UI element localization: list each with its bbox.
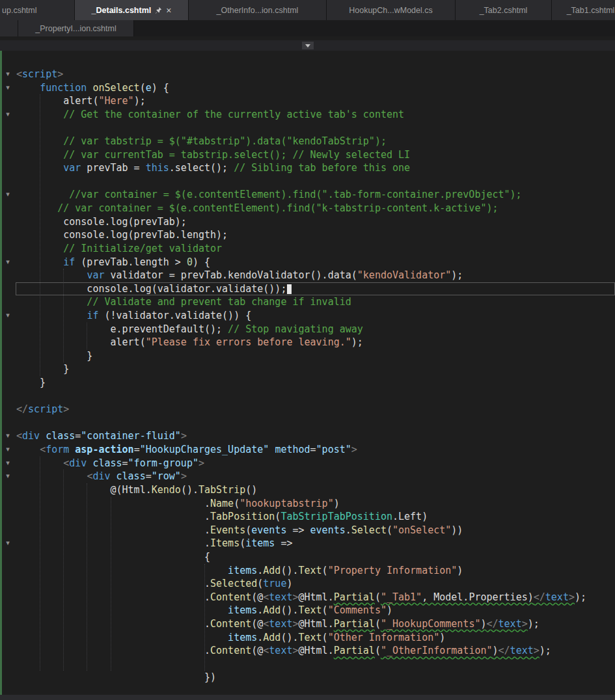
code-line[interactable]: .Selected(true) <box>0 577 615 591</box>
code-text: // var currentTab = tabstrip.select(); /… <box>16 148 615 162</box>
code-line[interactable]: ▾ if (!validator.validate()) { <box>0 309 615 323</box>
code-token: alert( <box>16 95 98 107</box>
fold-collapse-icon[interactable]: ▾ <box>0 256 16 269</box>
code-line[interactable]: // var tabstrip = $("#tabstrip").data("k… <box>0 135 615 148</box>
code-line[interactable]: .Name("hookuptabstrip") <box>0 497 615 511</box>
code-line[interactable]: ▾<script> <box>0 68 615 81</box>
navbar-collapse-button[interactable] <box>302 42 314 49</box>
code-line[interactable] <box>0 658 615 671</box>
code-line[interactable]: items.Add().Text("Property Information") <box>0 564 615 578</box>
chevron-down-icon <box>305 44 310 47</box>
code-token: div <box>22 430 40 442</box>
document-tab[interactable]: up.cshtml <box>0 0 75 20</box>
code-token: div <box>92 470 110 482</box>
fold-collapse-icon[interactable]: ▾ <box>0 429 16 443</box>
code-editor[interactable]: ▾<script>▾ function onSelect(e) { alert(… <box>0 51 615 695</box>
code-token: > <box>198 457 204 469</box>
code-token: ); <box>540 645 551 656</box>
code-line[interactable]: } <box>0 349 615 363</box>
code-line[interactable]: ▾ <form asp-action="HookupCharges_Update… <box>0 443 615 457</box>
code-line[interactable]: ▾ .Items(items => <box>0 537 615 550</box>
code-line[interactable]: .Content(@<text>@Html.Partial("_OtherInf… <box>0 644 615 658</box>
document-tab[interactable]: _Tab2.cshtml <box>456 0 552 20</box>
document-tab[interactable]: _PropertyI...ion.cshtml <box>18 20 134 36</box>
code-token: . <box>16 578 210 589</box>
code-line[interactable]: ▾ // Get the container of the currently … <box>0 108 615 122</box>
code-line[interactable]: ▾ <div class="form-group"> <box>0 457 615 470</box>
fold-collapse-icon[interactable]: ▾ <box>0 68 16 81</box>
fold-collapse-icon[interactable]: ▾ <box>0 470 16 483</box>
code-token: ) <box>493 645 499 656</box>
code-line[interactable]: console.log(prevTab); <box>0 215 615 229</box>
code-line[interactable] <box>0 390 615 403</box>
document-tab[interactable]: _OtherInfo...ion.cshtml <box>189 0 327 20</box>
code-line[interactable]: items.Add().Text("Comments") <box>0 604 615 617</box>
fold-collapse-icon[interactable]: ▾ <box>0 537 16 550</box>
horizontal-scrollbar-track[interactable] <box>0 695 615 700</box>
code-token: ( <box>257 578 263 589</box>
code-line[interactable]: ▾ <div class="row"> <box>0 470 615 483</box>
gutter-margin <box>0 644 16 658</box>
fold-collapse-icon[interactable]: ▾ <box>0 443 16 457</box>
fold-collapse-icon[interactable]: ▾ <box>0 457 16 470</box>
code-line[interactable]: }) <box>0 671 615 684</box>
document-tab[interactable]: _Tab1.cshtml <box>552 0 615 20</box>
tab-bar-row2: _PropertyI...ion.cshtml <box>0 20 615 36</box>
code-token: ( <box>322 565 328 576</box>
code-token: </ <box>486 618 498 630</box>
code-token: text <box>269 618 292 630</box>
code-line[interactable]: { <box>0 550 615 564</box>
code-line[interactable]: .Events(events => events.Select("onSelec… <box>0 524 615 537</box>
code-line[interactable]: .Content(@<text>@Html.Partial("_HookupCo… <box>0 617 615 631</box>
fold-collapse-icon[interactable]: ▾ <box>0 108 16 122</box>
code-text: } <box>16 376 615 390</box>
code-line[interactable]: } <box>0 376 615 390</box>
document-tab[interactable]: _Details.cshtml× <box>75 0 189 20</box>
fold-collapse-icon[interactable]: ▾ <box>0 188 16 202</box>
code-line[interactable]: var prevTab = this.select(); // Sibling … <box>0 161 615 175</box>
code-line[interactable]: // var container = $(e.contentElement).f… <box>0 202 615 215</box>
code-line[interactable]: // Validate and prevent tab change if in… <box>0 295 615 309</box>
code-line[interactable]: ▾ if (prevTab.length > 0) { <box>0 256 615 269</box>
code-line[interactable]: ▾ function onSelect(e) { <box>0 81 615 95</box>
code-line[interactable]: @(Html.Kendo().TabStrip() <box>0 483 615 497</box>
code-line[interactable]: console.log(prevTab.length); <box>0 228 615 242</box>
fold-collapse-icon[interactable]: ▾ <box>0 81 16 95</box>
code-text: // Initialize/get validator <box>16 242 615 256</box>
pin-icon[interactable] <box>155 7 162 14</box>
code-line[interactable] <box>0 121 615 135</box>
code-line[interactable]: // Initialize/get validator <box>0 242 615 256</box>
fold-collapse-icon[interactable]: ▾ <box>0 309 16 323</box>
document-tab[interactable] <box>0 20 18 36</box>
code-line[interactable]: e.preventDefault(); // Stop navigating a… <box>0 323 615 336</box>
code-token: class <box>116 470 146 482</box>
code-line[interactable]: ▾ //var container = $(e.contentElement).… <box>0 188 615 202</box>
code-line[interactable]: // var currentTab = tabstrip.select(); /… <box>0 148 615 162</box>
code-line[interactable]: } <box>0 362 615 376</box>
code-token: form <box>46 444 69 455</box>
code-text: items.Add().Text("Other Information") <box>16 631 615 645</box>
code-line[interactable]: ▾<div class="container-fluid"> <box>0 429 615 443</box>
code-token <box>16 444 40 455</box>
code-text: <div class="form-group"> <box>16 457 615 470</box>
code-token: "_OtherInformation" <box>381 645 493 656</box>
code-token: @Html. <box>298 618 333 630</box>
code-line[interactable]: var validator = prevTab.kendoValidator()… <box>0 269 615 282</box>
document-tab[interactable]: HookupCh...wModel.cs <box>327 0 456 20</box>
close-icon[interactable]: × <box>166 6 171 15</box>
code-line[interactable]: </script> <box>0 403 615 416</box>
code-line[interactable]: .Content(@<text>@Html.Partial("_Tab1", M… <box>0 591 615 604</box>
code-token: items <box>228 632 257 643</box>
code-line[interactable] <box>0 175 615 189</box>
gutter-margin <box>0 658 16 671</box>
code-line[interactable]: alert("Please fix errors before leaving.… <box>0 336 615 349</box>
tab-label: _OtherInfo...ion.cshtml <box>217 6 299 15</box>
code-line[interactable]: alert("Here"); <box>0 94 615 108</box>
code-line[interactable] <box>0 416 615 430</box>
code-line[interactable]: items.Add().Text("Other Information") <box>0 631 615 645</box>
active-code-line[interactable]: console.log(validator.validate()); <box>0 282 615 296</box>
code-text: if (prevTab.length > 0) { <box>16 256 615 269</box>
code-line[interactable]: .TabPosition(TabStripTabPosition.Left) <box>0 510 615 524</box>
code-token: // Validate and prevent tab change if in… <box>16 296 351 308</box>
code-token: </ <box>499 645 510 656</box>
